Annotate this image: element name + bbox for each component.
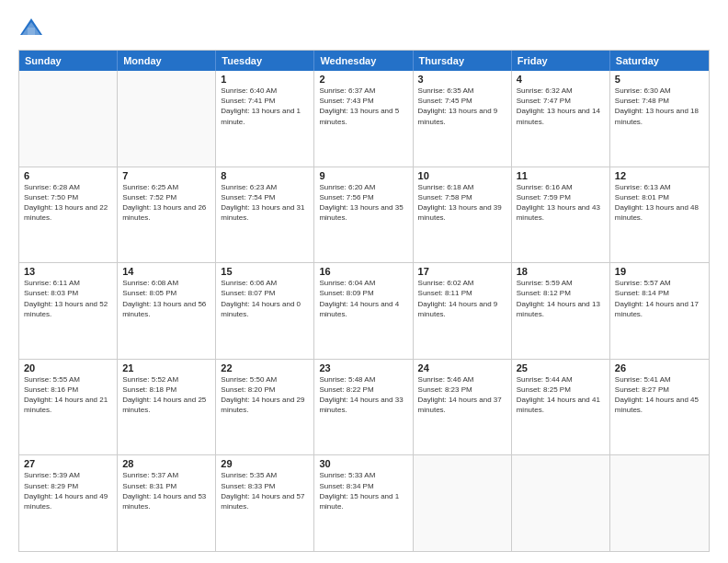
day-number: 24 [418, 362, 506, 373]
day-number: 22 [221, 362, 309, 373]
day-number: 8 [221, 170, 309, 181]
header-day-friday: Friday [512, 51, 610, 71]
day-cell-16: 16Sunrise: 6:04 AM Sunset: 8:09 PM Dayli… [314, 263, 413, 359]
header-day-wednesday: Wednesday [314, 51, 413, 71]
day-number: 19 [615, 266, 704, 277]
day-number: 20 [24, 362, 112, 373]
calendar-header: SundayMondayTuesdayWednesdayThursdayFrid… [19, 51, 709, 71]
day-info: Sunrise: 5:44 AM Sunset: 8:25 PM Dayligh… [517, 374, 605, 416]
svg-rect-2 [28, 28, 35, 35]
day-info: Sunrise: 6:37 AM Sunset: 7:43 PM Dayligh… [319, 86, 407, 127]
empty-cell-0-1 [118, 71, 216, 167]
empty-cell-4-6 [610, 455, 709, 551]
day-cell-2: 2Sunrise: 6:37 AM Sunset: 7:43 PM Daylig… [314, 71, 413, 167]
day-info: Sunrise: 6:40 AM Sunset: 7:41 PM Dayligh… [221, 86, 309, 127]
day-info: Sunrise: 6:30 AM Sunset: 7:48 PM Dayligh… [615, 86, 704, 127]
header-day-thursday: Thursday [414, 51, 512, 71]
empty-cell-4-5 [512, 455, 610, 551]
day-cell-20: 20Sunrise: 5:55 AM Sunset: 8:16 PM Dayli… [19, 360, 118, 455]
logo-icon [18, 15, 44, 40]
header-day-saturday: Saturday [610, 51, 709, 71]
day-cell-21: 21Sunrise: 5:52 AM Sunset: 8:18 PM Dayli… [118, 360, 216, 455]
day-info: Sunrise: 5:37 AM Sunset: 8:31 PM Dayligh… [122, 470, 210, 511]
day-number: 18 [517, 266, 605, 277]
day-number: 14 [122, 266, 210, 277]
day-info: Sunrise: 6:32 AM Sunset: 7:47 PM Dayligh… [517, 86, 605, 127]
day-info: Sunrise: 5:57 AM Sunset: 8:14 PM Dayligh… [615, 278, 704, 319]
day-info: Sunrise: 5:55 AM Sunset: 8:16 PM Dayligh… [24, 374, 112, 416]
day-info: Sunrise: 6:02 AM Sunset: 8:11 PM Dayligh… [418, 278, 506, 319]
day-info: Sunrise: 5:50 AM Sunset: 8:20 PM Dayligh… [221, 374, 309, 416]
day-info: Sunrise: 5:52 AM Sunset: 8:18 PM Dayligh… [122, 374, 210, 416]
day-info: Sunrise: 6:23 AM Sunset: 7:54 PM Dayligh… [221, 182, 309, 224]
day-number: 28 [122, 458, 210, 469]
day-info: Sunrise: 6:25 AM Sunset: 7:52 PM Dayligh… [122, 182, 210, 224]
day-number: 25 [517, 362, 605, 373]
calendar-row-1: 6Sunrise: 6:28 AM Sunset: 7:50 PM Daylig… [19, 167, 709, 263]
header-day-sunday: Sunday [19, 51, 118, 71]
day-info: Sunrise: 6:35 AM Sunset: 7:45 PM Dayligh… [418, 86, 506, 127]
day-info: Sunrise: 5:41 AM Sunset: 8:27 PM Dayligh… [615, 374, 704, 416]
day-cell-3: 3Sunrise: 6:35 AM Sunset: 7:45 PM Daylig… [414, 71, 512, 167]
day-cell-1: 1Sunrise: 6:40 AM Sunset: 7:41 PM Daylig… [216, 71, 314, 167]
header-day-monday: Monday [118, 51, 216, 71]
day-cell-28: 28Sunrise: 5:37 AM Sunset: 8:31 PM Dayli… [118, 455, 216, 551]
calendar: SundayMondayTuesdayWednesdayThursdayFrid… [18, 50, 710, 552]
day-cell-10: 10Sunrise: 6:18 AM Sunset: 7:58 PM Dayli… [414, 167, 512, 263]
day-number: 21 [122, 362, 210, 373]
day-cell-9: 9Sunrise: 6:20 AM Sunset: 7:56 PM Daylig… [314, 167, 413, 263]
day-number: 23 [319, 362, 407, 373]
day-cell-5: 5Sunrise: 6:30 AM Sunset: 7:48 PM Daylig… [610, 71, 709, 167]
day-cell-30: 30Sunrise: 5:33 AM Sunset: 8:34 PM Dayli… [314, 455, 413, 551]
day-info: Sunrise: 6:13 AM Sunset: 8:01 PM Dayligh… [615, 182, 704, 224]
day-info: Sunrise: 5:48 AM Sunset: 8:22 PM Dayligh… [319, 374, 407, 416]
day-cell-13: 13Sunrise: 6:11 AM Sunset: 8:03 PM Dayli… [19, 263, 118, 359]
day-number: 10 [418, 170, 506, 181]
day-number: 29 [221, 458, 309, 469]
day-number: 27 [24, 458, 112, 469]
day-number: 13 [24, 266, 112, 277]
day-info: Sunrise: 6:20 AM Sunset: 7:56 PM Dayligh… [319, 182, 407, 224]
page: SundayMondayTuesdayWednesdayThursdayFrid… [0, 0, 728, 563]
day-cell-23: 23Sunrise: 5:48 AM Sunset: 8:22 PM Dayli… [314, 360, 413, 455]
day-cell-18: 18Sunrise: 5:59 AM Sunset: 8:12 PM Dayli… [512, 263, 610, 359]
day-cell-4: 4Sunrise: 6:32 AM Sunset: 7:47 PM Daylig… [512, 71, 610, 167]
day-number: 7 [122, 170, 210, 181]
day-number: 6 [24, 170, 112, 181]
calendar-row-3: 20Sunrise: 5:55 AM Sunset: 8:16 PM Dayli… [19, 359, 709, 455]
day-cell-19: 19Sunrise: 5:57 AM Sunset: 8:14 PM Dayli… [610, 263, 709, 359]
day-number: 15 [221, 266, 309, 277]
day-info: Sunrise: 5:46 AM Sunset: 8:23 PM Dayligh… [418, 374, 506, 416]
day-number: 17 [418, 266, 506, 277]
day-cell-8: 8Sunrise: 6:23 AM Sunset: 7:54 PM Daylig… [216, 167, 314, 263]
day-number: 2 [319, 74, 407, 85]
day-cell-25: 25Sunrise: 5:44 AM Sunset: 8:25 PM Dayli… [512, 360, 610, 455]
day-number: 9 [319, 170, 407, 181]
empty-cell-4-4 [414, 455, 512, 551]
day-info: Sunrise: 6:06 AM Sunset: 8:07 PM Dayligh… [221, 278, 309, 319]
day-cell-22: 22Sunrise: 5:50 AM Sunset: 8:20 PM Dayli… [216, 360, 314, 455]
logo [18, 15, 48, 40]
calendar-row-2: 13Sunrise: 6:11 AM Sunset: 8:03 PM Dayli… [19, 262, 709, 359]
calendar-row-0: 1Sunrise: 6:40 AM Sunset: 7:41 PM Daylig… [19, 71, 709, 167]
day-cell-7: 7Sunrise: 6:25 AM Sunset: 7:52 PM Daylig… [118, 167, 216, 263]
day-cell-27: 27Sunrise: 5:39 AM Sunset: 8:29 PM Dayli… [19, 455, 118, 551]
calendar-body: 1Sunrise: 6:40 AM Sunset: 7:41 PM Daylig… [19, 71, 709, 551]
day-info: Sunrise: 6:04 AM Sunset: 8:09 PM Dayligh… [319, 278, 407, 319]
empty-cell-0-0 [19, 71, 118, 167]
day-number: 3 [418, 74, 506, 85]
day-info: Sunrise: 5:35 AM Sunset: 8:33 PM Dayligh… [221, 470, 309, 511]
day-number: 12 [615, 170, 704, 181]
day-info: Sunrise: 6:18 AM Sunset: 7:58 PM Dayligh… [418, 182, 506, 224]
header-day-tuesday: Tuesday [216, 51, 314, 71]
day-cell-15: 15Sunrise: 6:06 AM Sunset: 8:07 PM Dayli… [216, 263, 314, 359]
day-info: Sunrise: 5:39 AM Sunset: 8:29 PM Dayligh… [24, 470, 112, 511]
day-cell-12: 12Sunrise: 6:13 AM Sunset: 8:01 PM Dayli… [610, 167, 709, 263]
day-info: Sunrise: 6:08 AM Sunset: 8:05 PM Dayligh… [122, 278, 210, 319]
day-number: 4 [517, 74, 605, 85]
day-cell-26: 26Sunrise: 5:41 AM Sunset: 8:27 PM Dayli… [610, 360, 709, 455]
day-cell-6: 6Sunrise: 6:28 AM Sunset: 7:50 PM Daylig… [19, 167, 118, 263]
header [18, 15, 710, 40]
day-number: 1 [221, 74, 309, 85]
day-info: Sunrise: 6:16 AM Sunset: 7:59 PM Dayligh… [517, 182, 605, 224]
